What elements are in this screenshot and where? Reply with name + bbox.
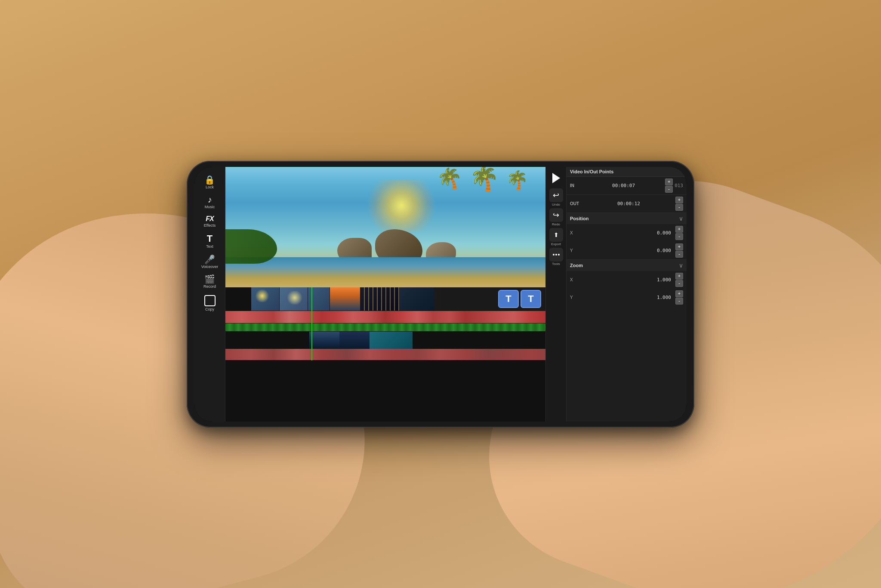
- secondary-video-track: [225, 332, 545, 349]
- pos-y-row: Y 0.000 + -: [567, 242, 687, 259]
- sun-glow: [367, 180, 436, 231]
- video-thumb-4: [330, 287, 360, 311]
- text-icon: T: [207, 234, 213, 243]
- dot-2: [555, 254, 557, 256]
- play-icon: [552, 173, 560, 183]
- light-flare-2: [286, 291, 303, 305]
- out-label: OUT: [570, 201, 582, 206]
- frame-counter: 013: [675, 183, 683, 188]
- audio-track-2: [225, 349, 545, 360]
- sidebar-item-music[interactable]: ♪ Music: [197, 192, 223, 211]
- sidebar-label-lock: Lock: [206, 185, 214, 190]
- sec-thumb-2: [339, 332, 370, 349]
- in-label: IN: [570, 183, 582, 188]
- video-thumb-1: [251, 287, 279, 311]
- zoom-x-minus-btn[interactable]: -: [675, 280, 683, 287]
- palm-3: 🌴: [506, 175, 528, 185]
- position-section: Position ∨ X 0.000 + - Y 0.000: [567, 213, 687, 260]
- palm-1: 🌴: [437, 173, 463, 185]
- sidebar-label-record: Record: [203, 284, 216, 289]
- pos-y-minus-btn[interactable]: -: [675, 251, 683, 258]
- zoom-y-plus-btn[interactable]: +: [675, 290, 683, 297]
- effects-icon: FX: [206, 215, 213, 222]
- voiceover-icon: 🎤: [204, 255, 215, 264]
- pos-x-plus-btn[interactable]: +: [675, 226, 683, 233]
- zoom-y-label: Y: [570, 295, 577, 300]
- position-header: Position ∨: [567, 213, 687, 224]
- zoom-y-minus-btn[interactable]: -: [675, 298, 683, 305]
- panel-section-inout: Video In/Out Points: [567, 167, 687, 177]
- pos-y-plus-btn[interactable]: +: [675, 243, 683, 250]
- export-button[interactable]: ⬆ Export: [549, 228, 563, 246]
- sidebar-label-music: Music: [205, 205, 215, 209]
- zoom-x-plus-btn[interactable]: +: [675, 273, 683, 280]
- redo-button[interactable]: ↪ Redo: [549, 208, 563, 226]
- pos-x-minus-btn[interactable]: -: [675, 233, 683, 240]
- sidebar-label-effects: Effects: [204, 223, 216, 228]
- timeline[interactable]: T T: [225, 287, 545, 360]
- green-track: [225, 323, 545, 331]
- sidebar-label-voiceover: Voiceover: [201, 265, 219, 269]
- zoom-y-value: 1.000: [579, 295, 674, 300]
- playhead[interactable]: [311, 287, 312, 360]
- main-video-track: T T: [225, 287, 545, 311]
- zoom-x-row: X 1.000 + -: [567, 271, 687, 289]
- zoom-y-btns: + -: [675, 290, 683, 305]
- tools-icon: [549, 248, 563, 262]
- sec-thumb-3: [370, 332, 413, 349]
- zoom-title: Zoom: [570, 263, 583, 268]
- pos-y-btns: + -: [675, 243, 683, 258]
- video-thumb-5: [360, 287, 399, 311]
- zoom-x-label: X: [570, 277, 577, 282]
- sidebar-item-copy[interactable]: Copy: [197, 292, 223, 314]
- play-button[interactable]: [548, 170, 564, 186]
- lock-icon: 🔒: [204, 175, 215, 184]
- pos-y-value: 0.000: [579, 248, 674, 253]
- dot-1: [553, 254, 554, 256]
- phone-screen: 🔒 Lock ♪ Music FX Effects T Text 🎤 Voice…: [194, 167, 687, 422]
- in-minus-btn[interactable]: -: [665, 186, 673, 193]
- palm-leaves-3: 🌴: [505, 173, 529, 187]
- phone-device: 🔒 Lock ♪ Music FX Effects T Text 🎤 Voice…: [187, 161, 694, 428]
- audio-track-1: [225, 311, 545, 323]
- in-timecode: 00:00:07: [584, 183, 663, 188]
- out-plus-btn[interactable]: +: [675, 197, 683, 203]
- palm-leaves-1: 🌴: [436, 171, 464, 188]
- in-plus-btn[interactable]: +: [665, 179, 673, 185]
- out-timecode: 00:00:12: [584, 201, 674, 206]
- title-block-2[interactable]: T: [521, 290, 541, 308]
- export-icon: ⬆: [549, 228, 563, 242]
- out-point-row: OUT 00:00:12 + -: [567, 195, 687, 213]
- video-preview: 🌴 🌴 🌴: [225, 167, 545, 287]
- palm-trees: 🌴 🌴 🌴: [437, 171, 528, 186]
- tools-button[interactable]: Tools: [549, 248, 563, 266]
- position-expand-btn[interactable]: ∨: [679, 215, 683, 222]
- right-panel: Video In/Out Points IN 00:00:07 + - 013 …: [566, 167, 687, 422]
- sidebar-item-lock[interactable]: 🔒 Lock: [197, 172, 223, 191]
- dot-3: [558, 254, 560, 256]
- palm-leaves-2: 🌴: [469, 171, 499, 186]
- palm-2: 🌴: [469, 171, 499, 186]
- main-content: 🌴 🌴 🌴: [225, 167, 545, 422]
- redo-label: Redo: [552, 222, 560, 226]
- position-title: Position: [570, 216, 588, 221]
- undo-button[interactable]: ↩ Undo: [549, 188, 563, 206]
- video-thumb-6: [400, 287, 434, 311]
- redo-icon: ↪: [549, 208, 563, 222]
- beach-water: [225, 257, 545, 287]
- track-empty-start: [225, 287, 251, 311]
- zoom-x-btns: + -: [675, 273, 683, 287]
- title-blocks: T T: [498, 290, 541, 308]
- sidebar-item-text[interactable]: T Text: [197, 231, 223, 251]
- pos-x-row: X 0.000 + -: [567, 224, 687, 242]
- pos-x-value: 0.000: [579, 230, 674, 236]
- secondary-empty: [225, 332, 309, 349]
- sidebar-item-voiceover[interactable]: 🎤 Voiceover: [197, 252, 223, 271]
- in-btn-group: + -: [665, 179, 673, 193]
- out-minus-btn[interactable]: -: [675, 204, 683, 211]
- title-block-1[interactable]: T: [498, 290, 519, 308]
- sidebar-item-record[interactable]: 🎬 Record: [197, 271, 223, 291]
- zoom-expand-btn[interactable]: ∨: [679, 262, 683, 269]
- export-label: Export: [551, 242, 561, 246]
- sidebar-item-effects[interactable]: FX Effects: [197, 212, 223, 230]
